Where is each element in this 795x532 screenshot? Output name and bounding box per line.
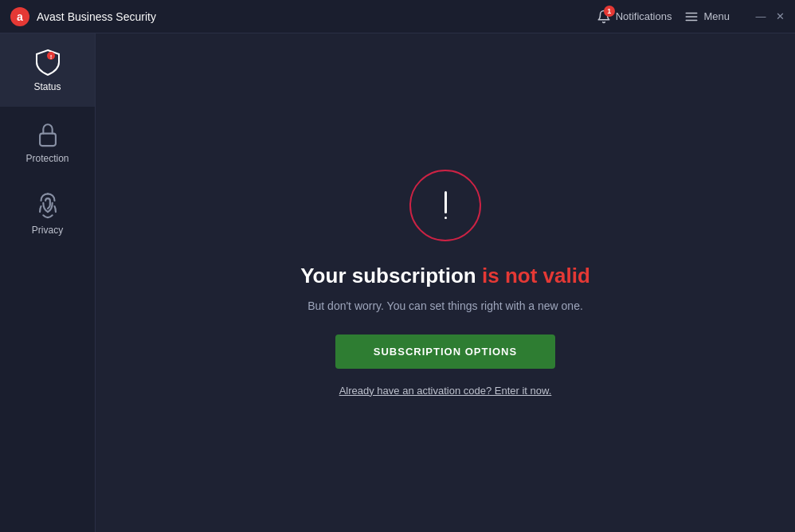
sidebar-protection-label: Protection bbox=[25, 153, 69, 164]
sidebar-item-status[interactable]: ! Status bbox=[0, 33, 95, 107]
notification-badge: 1 bbox=[604, 6, 615, 17]
svg-text:!: ! bbox=[49, 53, 52, 61]
svg-rect-7 bbox=[40, 134, 56, 147]
warning-circle bbox=[409, 170, 481, 241]
exclamation-bar bbox=[444, 191, 447, 213]
title-bar-right: 1 Notifications Menu — ✕ bbox=[597, 10, 785, 24]
subtext: But don't worry. You can set things righ… bbox=[307, 299, 583, 312]
exclamation-mark bbox=[444, 191, 447, 219]
close-button[interactable]: ✕ bbox=[774, 11, 785, 22]
shield-icon: ! bbox=[33, 48, 62, 76]
menu-button[interactable]: Menu bbox=[684, 10, 730, 24]
menu-icon bbox=[684, 10, 699, 24]
fingerprint-icon bbox=[34, 193, 61, 220]
notifications-button[interactable]: 1 Notifications bbox=[597, 10, 672, 24]
app-title: Avast Business Security bbox=[37, 10, 156, 23]
lock-icon bbox=[34, 121, 61, 148]
subscription-options-button[interactable]: SUBSCRIPTION OPTIONS bbox=[335, 334, 555, 369]
menu-label: Menu bbox=[703, 10, 730, 22]
title-bar-left: a Avast Business Security bbox=[10, 6, 597, 27]
avast-logo-icon: a bbox=[10, 6, 30, 27]
sidebar-item-privacy[interactable]: Privacy bbox=[0, 178, 95, 250]
headline-text: Your subscription bbox=[300, 264, 482, 288]
sidebar: ! Status Protection Priva bbox=[0, 33, 96, 532]
title-bar: a Avast Business Security 1 Notification… bbox=[0, 0, 795, 33]
main-layout: ! Status Protection Priva bbox=[0, 33, 795, 532]
bell-icon-wrap: 1 bbox=[597, 10, 611, 24]
headline-invalid-text: is not valid bbox=[482, 264, 590, 288]
activation-code-link[interactable]: Already have an activation code? Enter i… bbox=[339, 385, 552, 397]
sidebar-status-label: Status bbox=[33, 81, 61, 92]
main-content: Your subscription is not valid But don't… bbox=[96, 33, 795, 532]
notifications-label: Notifications bbox=[616, 10, 672, 22]
minimize-button[interactable]: — bbox=[755, 11, 766, 22]
window-controls: — ✕ bbox=[755, 11, 785, 22]
exclamation-dot bbox=[444, 217, 447, 219]
headline: Your subscription is not valid bbox=[300, 264, 590, 288]
svg-text:a: a bbox=[17, 10, 23, 23]
sidebar-privacy-label: Privacy bbox=[32, 225, 63, 236]
sidebar-item-protection[interactable]: Protection bbox=[0, 107, 95, 178]
